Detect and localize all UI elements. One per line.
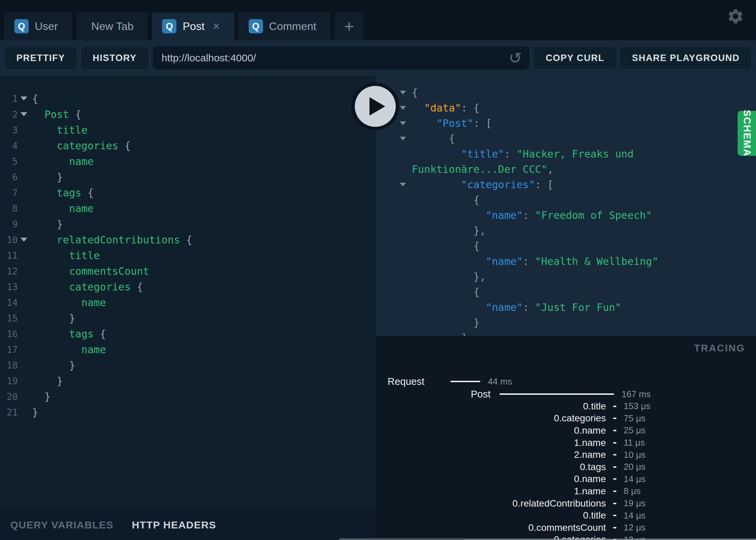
- trace-field-duration: 10 μs: [624, 450, 645, 460]
- code-token: "Health & Wellbeing": [535, 255, 658, 267]
- code-token: name: [82, 297, 106, 309]
- horizontal-scrollbar-track[interactable]: [464, 539, 756, 540]
- editor-line[interactable]: 2 Post {: [0, 106, 376, 122]
- query-code: name: [30, 202, 94, 214]
- graphql-playground-window: QUserNew TabQPost×QComment + PRETTIFY HI…: [0, 0, 756, 540]
- response-code: {: [412, 240, 480, 252]
- tracing-panel: TRACING Request 44 ms Post 167 ms 0.titl…: [376, 336, 756, 540]
- line-number: 4: [0, 140, 18, 151]
- horizontal-scrollbar-thumb[interactable]: [339, 538, 464, 540]
- close-tab-icon[interactable]: ×: [213, 20, 220, 32]
- editor-line[interactable]: 18 }: [0, 357, 376, 373]
- query-variables-tab[interactable]: QUERY VARIABLES: [10, 519, 114, 531]
- response-line: {: [376, 238, 756, 254]
- schema-sidetab-label: SCHEMA: [741, 110, 753, 157]
- trace-tick: [606, 406, 624, 407]
- editor-line[interactable]: 20 }: [0, 389, 376, 404]
- trace-field-duration: 12 μs: [624, 522, 645, 533]
- tab-new-tab[interactable]: New Tab: [76, 12, 148, 40]
- endpoint-url-input[interactable]: http://localhost:4000/ ↺: [153, 46, 530, 70]
- query-badge-icon: Q: [249, 19, 263, 33]
- editor-line[interactable]: 6 }: [0, 169, 376, 185]
- settings-button[interactable]: [727, 7, 744, 25]
- collapse-arrow-icon[interactable]: [400, 183, 412, 186]
- collapse-arrow-icon[interactable]: [400, 137, 412, 140]
- editor-line[interactable]: 9 }: [0, 216, 376, 232]
- code-token: "Freedom of Speech": [535, 209, 652, 221]
- trace-field-row: 0.name25 μs: [376, 424, 756, 437]
- editor-line[interactable]: 15 }: [0, 310, 376, 326]
- fold-arrow-icon[interactable]: [18, 238, 30, 242]
- response-line: ]: [376, 330, 756, 336]
- collapse-arrow-icon[interactable]: [400, 91, 412, 94]
- editor-line[interactable]: 3 title: [0, 122, 376, 138]
- code-token: "Post": [436, 117, 473, 129]
- editor-line[interactable]: 16 tags {: [0, 326, 376, 342]
- trace-field-row: 1.name8 μs: [376, 485, 756, 497]
- response-code: "name": "Just For Fun": [412, 301, 621, 313]
- response-code: {: [412, 194, 480, 206]
- editor-line[interactable]: 19 }: [0, 373, 376, 389]
- query-code: commentsCount: [30, 265, 149, 277]
- editor-line[interactable]: 5 name: [0, 153, 376, 169]
- trace-field-duration: 11 μs: [624, 437, 645, 448]
- code-token: name: [69, 155, 93, 167]
- editor-line[interactable]: 7 tags {: [0, 185, 376, 200]
- editor-line[interactable]: 4 categories {: [0, 138, 376, 153]
- trace-tick: [606, 527, 624, 528]
- tab-list: QUserNew TabQPost×QComment: [4, 12, 331, 40]
- query-code: relatedContributions {: [30, 234, 192, 246]
- schema-sidetab[interactable]: SCHEMA: [738, 111, 756, 156]
- share-playground-button[interactable]: SHARE PLAYGROUND: [620, 47, 751, 69]
- trace-field-duration: 14 μs: [624, 474, 645, 484]
- editor-line[interactable]: 12 commentsCount: [0, 263, 376, 279]
- response-line: "name": "Health & Wellbeing": [376, 254, 756, 269]
- query-code: }: [30, 312, 75, 324]
- editor-line[interactable]: 11 title: [0, 247, 376, 263]
- tick-mark: [613, 454, 616, 455]
- fold-arrow-icon[interactable]: [18, 96, 30, 101]
- collapse-arrow-icon[interactable]: [400, 121, 412, 125]
- tracing-title: TRACING: [694, 343, 745, 354]
- trace-field-row: 0.tags20 μs: [376, 461, 756, 473]
- editor-line[interactable]: 14 name: [0, 295, 376, 310]
- line-number: 21: [0, 407, 18, 418]
- editor-line[interactable]: 13 categories {: [0, 279, 376, 295]
- execute-query-button[interactable]: [351, 82, 399, 130]
- editor-line[interactable]: 8 name: [0, 200, 376, 216]
- copy-curl-button[interactable]: COPY CURL: [534, 47, 616, 69]
- trace-duration: 44 ms: [488, 376, 512, 387]
- tick-mark: [613, 527, 616, 528]
- fold-arrow-icon[interactable]: [18, 112, 30, 116]
- response-line: "data": {: [376, 100, 756, 116]
- code-token: }: [32, 406, 38, 418]
- tick-mark: [613, 442, 616, 444]
- tick-mark: [613, 515, 616, 516]
- http-headers-tab[interactable]: HTTP HEADERS: [132, 519, 216, 531]
- collapse-arrow-icon[interactable]: [400, 106, 412, 110]
- tick-mark: [613, 491, 616, 492]
- code-token: },: [474, 271, 486, 283]
- editor-line[interactable]: 17 name: [0, 342, 376, 357]
- prettify-button[interactable]: PRETTIFY: [5, 47, 77, 69]
- history-button[interactable]: HISTORY: [81, 47, 148, 69]
- editor-line[interactable]: 1{: [0, 91, 376, 106]
- tab-post[interactable]: QPost×: [152, 12, 234, 40]
- editor-line[interactable]: 21}: [0, 404, 376, 420]
- reload-schema-icon[interactable]: ↺: [507, 49, 523, 67]
- editor-line[interactable]: 10 relatedContributions {: [0, 232, 376, 247]
- chevron-down-icon: [400, 121, 406, 125]
- endpoint-url-value: http://localhost:4000/: [162, 52, 507, 64]
- tab-comment[interactable]: QComment: [238, 12, 331, 40]
- trace-tick: [606, 478, 624, 480]
- code-token: {: [69, 108, 81, 120]
- tab-user[interactable]: QUser: [4, 12, 72, 40]
- query-editor-pane[interactable]: 1{2 Post {3 title4 categories {5 name6 }…: [0, 76, 376, 540]
- code-token: ]: [461, 332, 467, 336]
- response-code: Funktionäre...Der CCC",: [412, 163, 553, 175]
- code-token: "title": [461, 148, 504, 160]
- new-tab-button[interactable]: +: [335, 12, 363, 40]
- trace-field-row: 0.commentsCount12 μs: [376, 522, 756, 534]
- query-editor-lines: 1{2 Post {3 title4 categories {5 name6 }…: [0, 76, 376, 420]
- code-token: }: [57, 375, 63, 387]
